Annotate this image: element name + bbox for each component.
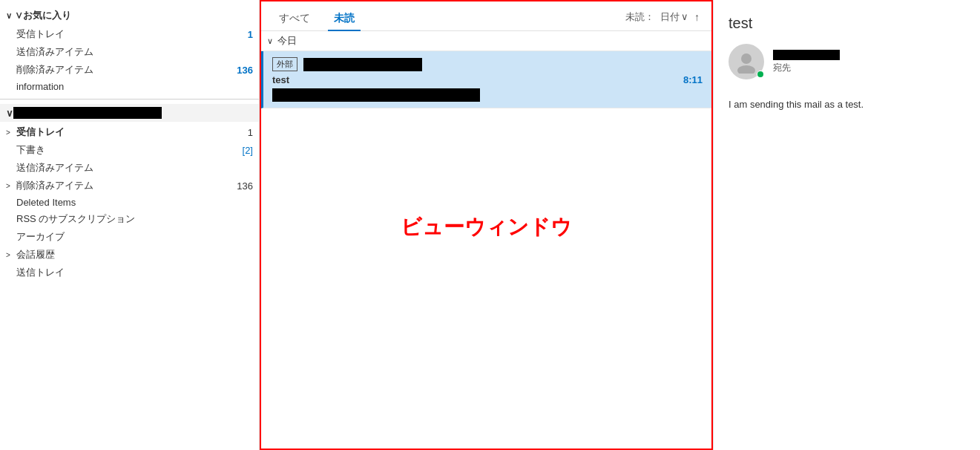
sidebar-item-rss[interactable]: RSS のサブスクリプション: [0, 210, 259, 228]
avatar-container: [729, 44, 764, 79]
sender-redacted: [303, 58, 422, 71]
favorites-section-header[interactable]: ∨ ∨お気に入り: [0, 6, 259, 25]
email-item[interactable]: 外部 test 8:11: [261, 51, 711, 108]
sidebar-item-label: RSS のサブスクリプション: [16, 212, 135, 226]
sidebar-item-information-fav[interactable]: information: [0, 79, 259, 94]
sidebar-item-deleted-fav[interactable]: 削除済みアイテム 136: [0, 61, 259, 79]
sidebar-item-inbox-fav[interactable]: 受信トレイ 1: [0, 25, 259, 43]
sidebar-item-label: 受信トレイ: [16, 27, 65, 41]
tab-sort-area: 未読： 日付 ∨ ↑: [625, 10, 700, 28]
sort-value-button[interactable]: 日付 ∨: [660, 10, 688, 24]
sender-row: 宛先: [729, 44, 965, 79]
email-body: I am sending this mail as a test.: [729, 97, 965, 113]
view-window-area: ビューウィンドウ: [261, 108, 711, 346]
sidebar-item-count: 136: [237, 65, 253, 76]
sidebar-item-label: 削除済みアイテム: [16, 179, 93, 192]
sidebar: ∨ ∨お気に入り 受信トレイ 1 送信済みアイテム 削除済みアイテム 136 i…: [0, 0, 260, 450]
sidebar-item-label: 削除済みアイテム: [16, 63, 93, 76]
account-name-redacted: [13, 107, 162, 119]
tab-unread[interactable]: 未読: [328, 7, 361, 31]
email-subject: test: [272, 74, 289, 85]
right-pane: test 宛先 I am sending this mail as a test…: [713, 0, 980, 450]
favorites-chevron-icon: ∨: [6, 11, 12, 21]
group-chevron-icon: ∨: [267, 36, 273, 46]
email-detail-title: test: [729, 15, 965, 32]
email-time: 8:11: [683, 74, 703, 85]
sidebar-item-label: Deleted Items: [16, 197, 76, 208]
sort-direction-button[interactable]: ↑: [694, 11, 700, 23]
group-header-today[interactable]: ∨ 今日: [261, 31, 711, 51]
sidebar-item-archive[interactable]: アーカイブ: [0, 228, 259, 246]
svg-point-0: [741, 53, 752, 64]
sidebar-item-count: 136: [237, 180, 253, 192]
to-label: 宛先: [773, 62, 840, 74]
svg-point-1: [737, 65, 755, 74]
email-list: ∨ 今日 外部 test 8:11 ビューウィンドウ: [261, 31, 711, 449]
tab-unread-label: 未読: [334, 12, 355, 24]
sidebar-item-label: 受信トレイ: [16, 125, 65, 139]
sidebar-item-label: information: [16, 81, 64, 92]
sender-info: 宛先: [773, 50, 840, 74]
sidebar-item-count: [2]: [243, 145, 253, 156]
favorites-label: ∨お気に入り: [15, 9, 71, 22]
sidebar-item-count: 1: [248, 29, 253, 40]
account-section-header[interactable]: ∨: [0, 104, 259, 122]
group-label: 今日: [277, 34, 297, 48]
main-panel: すべて 未読 未読： 日付 ∨ ↑ ∨ 今日 外部 test 8:1: [260, 0, 713, 450]
sidebar-item-label: 送信トレイ: [16, 266, 65, 279]
view-window-label: ビューウィンドウ: [401, 213, 572, 241]
inbox-expand-icon: >: [6, 128, 10, 137]
account-chevron-icon: ∨: [6, 108, 13, 119]
sidebar-item-count: 1: [248, 127, 253, 138]
sidebar-item-label: 会話履歴: [16, 248, 55, 261]
sidebar-item-label: 送信済みアイテム: [16, 161, 93, 175]
sidebar-item-sent[interactable]: 送信済みアイテム: [0, 159, 259, 177]
sidebar-item-label: アーカイブ: [16, 230, 65, 244]
sidebar-item-label: 送信済みアイテム: [16, 45, 93, 59]
sidebar-item-outbox[interactable]: 送信トレイ: [0, 264, 259, 281]
sidebar-divider: [0, 99, 259, 100]
external-badge: 外部: [272, 57, 297, 71]
avatar-status: [757, 71, 764, 78]
sort-value-label: 日付: [660, 10, 680, 24]
sidebar-item-inbox[interactable]: > 受信トレイ 1: [0, 123, 259, 141]
email-preview-redacted: [272, 88, 480, 102]
conversation-expand-icon: >: [6, 251, 10, 259]
sender-name-redacted: [773, 50, 840, 60]
tab-all[interactable]: すべて: [273, 7, 316, 31]
person-icon: [734, 50, 758, 74]
sort-prefix: 未読：: [625, 10, 654, 24]
deleted-expand-icon: >: [6, 182, 10, 190]
tab-bar: すべて 未読 未読： 日付 ∨ ↑: [261, 1, 711, 31]
sidebar-item-conversation[interactable]: > 会話履歴: [0, 246, 259, 264]
sidebar-item-label: 下書き: [16, 143, 45, 157]
sidebar-item-drafts[interactable]: 下書き [2]: [0, 141, 259, 159]
status-online-dot: [757, 71, 763, 77]
sidebar-item-deleted-items-en[interactable]: Deleted Items: [0, 195, 259, 210]
sidebar-item-sent-fav[interactable]: 送信済みアイテム: [0, 43, 259, 61]
sidebar-item-deleted[interactable]: > 削除済みアイテム 136: [0, 177, 259, 195]
tab-all-label: すべて: [279, 12, 310, 24]
sort-dropdown-icon: ∨: [681, 11, 688, 22]
